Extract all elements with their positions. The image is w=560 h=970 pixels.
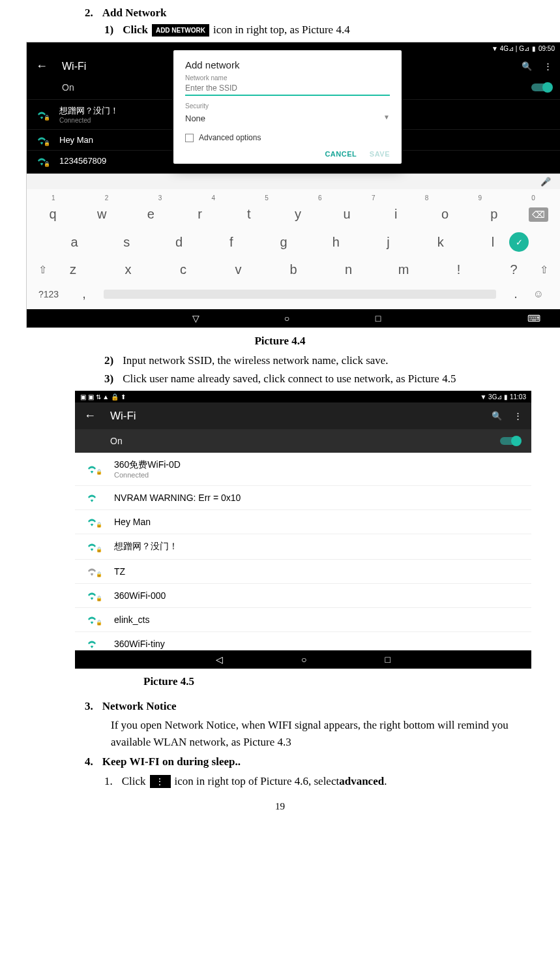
key-p[interactable]: p: [480, 207, 508, 222]
key-i[interactable]: i: [381, 207, 410, 222]
status-time: 09:50: [538, 45, 555, 52]
key-h[interactable]: h: [319, 235, 352, 250]
mic-icon[interactable]: 🎤: [540, 177, 551, 187]
network-name: Hey Man: [59, 135, 93, 145]
wifi-signal-icon: 🔒: [36, 136, 48, 145]
wifi-network-row[interactable]: NVRAM WARNING: Err = 0x10: [75, 486, 531, 510]
key-w[interactable]: w: [87, 207, 116, 222]
wifi-network-row[interactable]: 🔒Hey Man: [75, 510, 531, 534]
android-navbar: ▽ ○ □ ⌨: [27, 309, 560, 327]
key-t[interactable]: t: [235, 207, 263, 222]
hint-1: 1: [52, 194, 55, 202]
lock-icon: 🔒: [96, 522, 102, 528]
key-c[interactable]: c: [169, 262, 198, 277]
wifi-signal-icon: [84, 493, 100, 502]
nav-recent-icon[interactable]: □: [365, 313, 391, 324]
overflow-menu-icon[interactable]: ⋮: [544, 61, 551, 71]
search-icon[interactable]: 🔍: [522, 61, 532, 71]
wifi-on-row: On: [75, 429, 531, 453]
wifi-network-row[interactable]: 🔒360WiFi-000: [75, 584, 531, 608]
backspace-key[interactable]: ⌫: [529, 207, 548, 222]
key-a[interactable]: a: [58, 235, 91, 250]
wifi-network-row[interactable]: 🔒360免费WiFi-0DConnected: [75, 453, 531, 486]
wifi-signal-icon: 🔒: [84, 517, 100, 526]
key-l[interactable]: l: [477, 235, 509, 250]
wifi-network-row[interactable]: 360WiFi-tiny: [75, 632, 531, 650]
keyboard[interactable]: 1234567890 qwertyuiop⌫ asdfghjkl ✓ ⇧ zxc…: [27, 189, 560, 309]
key-g[interactable]: g: [267, 235, 300, 250]
substep-num: 1.: [104, 775, 113, 788]
key-v[interactable]: v: [224, 262, 253, 277]
lock-icon: 🔒: [96, 620, 102, 626]
nav-recent-icon[interactable]: □: [385, 654, 391, 665]
screenshot-4-5: ▣ ▣ ⇅ ▲ 🔒 ⬆ ▼ 3G⊿ ▮ 11:03 ← Wi-Fi 🔍 ⋮ On…: [75, 391, 531, 669]
key-?[interactable]: ?: [499, 262, 528, 277]
save-button[interactable]: SAVE: [370, 150, 390, 158]
security-value: None: [185, 114, 205, 123]
lock-icon: 🔒: [96, 469, 102, 475]
security-dropdown[interactable]: None ▼: [185, 110, 390, 128]
nav-back-icon[interactable]: ◁: [216, 654, 223, 665]
wifi-network-row[interactable]: 🔒TZ: [75, 560, 531, 584]
key-b[interactable]: b: [279, 262, 308, 277]
network-name: 360WiFi-tiny: [114, 639, 165, 649]
advanced-options-row[interactable]: Advanced options: [185, 128, 390, 142]
key-m[interactable]: m: [389, 262, 418, 277]
on-label: On: [110, 436, 500, 446]
emoji-key[interactable]: ☺: [529, 288, 548, 300]
search-icon[interactable]: 🔍: [492, 411, 502, 421]
shift-key-right[interactable]: ⇧: [540, 264, 548, 276]
comma-key[interactable]: ,: [71, 286, 97, 301]
key-f[interactable]: f: [215, 235, 248, 250]
wifi-network-row[interactable]: 🔒elink_cts: [75, 608, 531, 632]
cancel-button[interactable]: CANCEL: [325, 150, 357, 158]
key-r[interactable]: r: [186, 207, 214, 222]
key-d[interactable]: d: [163, 235, 196, 250]
wifi-signal-icon: 🔒: [84, 567, 100, 576]
document-page: 2. Add Network 1) Click ADD NETWORK icon…: [0, 0, 560, 825]
section-4-heading: 4. Keep WI-FI on during sleep..: [85, 755, 534, 768]
key-y[interactable]: y: [284, 207, 312, 222]
period-key[interactable]: .: [503, 286, 529, 301]
enter-key[interactable]: ✓: [509, 232, 529, 252]
keyboard-switch-icon[interactable]: ⌨: [527, 313, 540, 324]
back-icon[interactable]: ←: [84, 409, 96, 423]
nav-home-icon[interactable]: ○: [301, 654, 306, 665]
key-o[interactable]: o: [431, 207, 460, 222]
key-k[interactable]: k: [424, 235, 457, 250]
key-![interactable]: !: [445, 262, 473, 277]
section-3-heading: 3. Network Notice: [85, 700, 534, 713]
section-title: Add Network: [102, 7, 167, 20]
network-name: Hey Man: [114, 517, 151, 527]
key-u[interactable]: u: [332, 207, 361, 222]
wifi-toggle[interactable]: [500, 437, 520, 445]
key-s[interactable]: s: [110, 235, 143, 250]
nav-home-icon[interactable]: ○: [274, 313, 300, 324]
key-q[interactable]: q: [38, 207, 67, 222]
status-right: ▼ 3G⊿ ▮ 11:03: [480, 393, 526, 401]
ssid-input[interactable]: [185, 82, 390, 96]
symbols-key[interactable]: ?123: [38, 289, 71, 299]
key-j[interactable]: j: [372, 235, 405, 250]
lock-icon: 🔒: [44, 161, 50, 167]
key-z[interactable]: z: [59, 262, 87, 277]
network-status: Connected: [59, 117, 119, 124]
back-icon[interactable]: ←: [36, 59, 48, 73]
wifi-toggle[interactable]: [531, 83, 551, 91]
dropdown-caret-icon: ▼: [383, 114, 390, 123]
key-x[interactable]: x: [114, 262, 143, 277]
nav-back-icon[interactable]: ▽: [183, 313, 209, 324]
advanced-checkbox[interactable]: [185, 134, 194, 142]
key-n[interactable]: n: [334, 262, 363, 277]
lock-icon: 🔒: [96, 596, 102, 601]
shift-key[interactable]: ⇧: [38, 264, 47, 276]
key-e[interactable]: e: [136, 207, 165, 222]
wifi-signal-icon: 🔒: [84, 464, 100, 474]
substep-tail: .: [384, 775, 387, 788]
wifi-signal-icon: [84, 639, 100, 648]
field-label-security: Security: [185, 102, 390, 110]
overflow-menu-icon[interactable]: ⋮: [514, 411, 522, 421]
wifi-network-row[interactable]: 🔒想蹭网？没门！: [75, 534, 531, 560]
space-key[interactable]: [104, 290, 496, 299]
section-3-body: If you open Network Notice, when WIFI si…: [111, 717, 514, 751]
